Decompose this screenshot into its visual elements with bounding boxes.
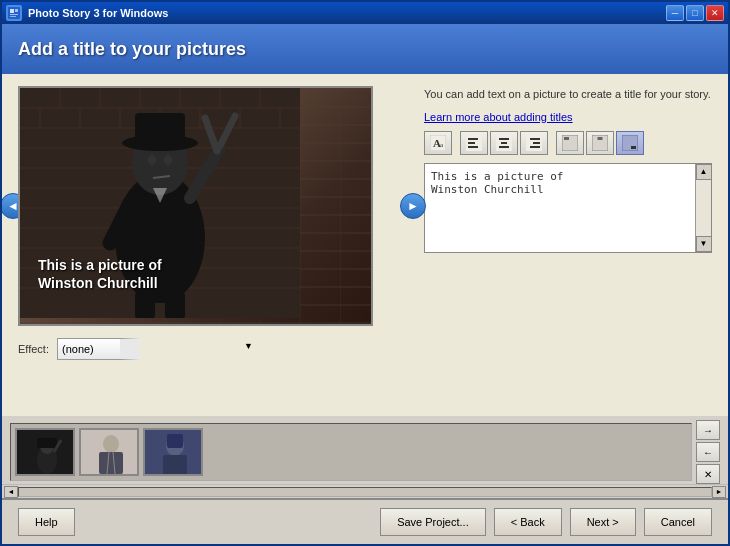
- svg-rect-79: [163, 455, 187, 475]
- svg-rect-56: [499, 146, 509, 148]
- photo-container: ◄: [18, 86, 408, 326]
- filmstrip-move-button[interactable]: ←: [696, 442, 720, 462]
- svg-rect-1: [10, 9, 14, 13]
- photo-frame: This is a picture of Winston Churchill: [18, 86, 373, 326]
- svg-text:Winston Churchill: Winston Churchill: [38, 275, 158, 291]
- effect-select[interactable]: (none) Fade Dissolve Wipe Left Wipe Righ…: [57, 338, 140, 360]
- effect-dropdown-wrapper: (none) Fade Dissolve Wipe Left Wipe Righ…: [57, 338, 257, 360]
- main-body: Add a title to your pictures ◄: [2, 24, 728, 544]
- svg-rect-51: [468, 142, 475, 144]
- svg-point-73: [103, 435, 119, 453]
- title-bar-controls: ─ □ ✕: [666, 5, 724, 21]
- right-panel: You can add text on a picture to create …: [408, 86, 712, 408]
- pos-top-left-icon: [562, 135, 578, 151]
- svg-rect-66: [631, 146, 636, 149]
- cancel-button[interactable]: Cancel: [644, 508, 712, 536]
- text-scrollbar: ▲ ▼: [695, 164, 711, 252]
- learn-more-link[interactable]: Learn more about adding titles: [424, 111, 712, 123]
- horizontal-scrollbar: ◄ ►: [2, 484, 728, 498]
- thumb-2-image: [81, 430, 139, 476]
- pos-top-left-button[interactable]: [556, 131, 584, 155]
- filmstrip-thumb-3[interactable]: [143, 428, 203, 476]
- filmstrip-delete-button[interactable]: ✕: [696, 464, 720, 484]
- title-bar: Photo Story 3 for Windows ─ □ ✕: [2, 2, 728, 24]
- align-left-icon: [466, 135, 482, 151]
- svg-rect-80: [167, 434, 183, 448]
- effect-label: Effect:: [18, 343, 49, 355]
- photo-image: This is a picture of Winston Churchill: [20, 88, 300, 318]
- svg-text:This is a picture of: This is a picture of: [38, 257, 162, 273]
- align-right-button[interactable]: [520, 131, 548, 155]
- svg-rect-4: [10, 16, 16, 17]
- svg-rect-55: [501, 142, 507, 144]
- title-bar-left: Photo Story 3 for Windows: [6, 5, 168, 21]
- svg-rect-70: [37, 438, 57, 448]
- bottom-bar: Help Save Project... < Back Next > Cance…: [2, 498, 728, 544]
- svg-rect-33: [135, 113, 185, 145]
- minimize-button[interactable]: ─: [666, 5, 684, 21]
- align-center-icon: [496, 135, 512, 151]
- filmstrip-container: [10, 423, 692, 481]
- left-panel: ◄: [18, 86, 408, 408]
- text-toolbar: A a: [424, 131, 712, 155]
- svg-rect-3: [10, 14, 18, 15]
- filmstrip-add-button[interactable]: →: [696, 420, 720, 440]
- svg-rect-38: [135, 293, 155, 318]
- font-button[interactable]: A a: [424, 131, 452, 155]
- scroll-down-arrow[interactable]: ▼: [696, 236, 712, 252]
- svg-point-42: [164, 155, 172, 165]
- next-button[interactable]: Next >: [570, 508, 636, 536]
- thumb-1-image: [17, 430, 75, 476]
- svg-rect-64: [598, 137, 603, 140]
- align-right-icon: [526, 135, 542, 151]
- scroll-left-arrow[interactable]: ◄: [4, 486, 18, 498]
- photo-inner: This is a picture of Winston Churchill: [20, 88, 371, 324]
- svg-rect-60: [530, 146, 540, 148]
- svg-rect-54: [499, 138, 509, 140]
- pos-top-center-icon: [592, 135, 608, 151]
- filmstrip-area: → ← ✕: [2, 416, 728, 484]
- title-text-input[interactable]: This is a picture of Winston Churchill: [425, 164, 695, 252]
- svg-rect-39: [165, 293, 185, 318]
- effect-row: Effect: (none) Fade Dissolve Wipe Left W…: [18, 338, 408, 360]
- svg-rect-50: [468, 138, 478, 140]
- filmstrip-thumb-1[interactable]: [15, 428, 75, 476]
- back-button[interactable]: < Back: [494, 508, 562, 536]
- svg-rect-59: [533, 142, 540, 144]
- align-left-button[interactable]: [460, 131, 488, 155]
- align-center-button[interactable]: [490, 131, 518, 155]
- nav-right[interactable]: ►: [400, 193, 426, 219]
- filmstrip-thumb-2[interactable]: [79, 428, 139, 476]
- help-button[interactable]: Help: [18, 508, 75, 536]
- filmstrip-side-controls: → ← ✕: [696, 420, 720, 484]
- svg-rect-2: [15, 9, 18, 12]
- scroll-track: [696, 180, 711, 236]
- pos-bottom-right-button[interactable]: [616, 131, 644, 155]
- thumb-3-image: [145, 430, 203, 476]
- scroll-right-arrow[interactable]: ►: [712, 486, 726, 498]
- svg-point-41: [148, 155, 156, 165]
- maximize-button[interactable]: □: [686, 5, 704, 21]
- svg-rect-62: [564, 137, 569, 140]
- save-project-button[interactable]: Save Project...: [380, 508, 486, 536]
- svg-rect-58: [530, 138, 540, 140]
- text-input-container: This is a picture of Winston Churchill ▲…: [424, 163, 712, 253]
- page-title: Add a title to your pictures: [18, 39, 246, 60]
- font-icon: A a: [430, 135, 446, 151]
- help-text: You can add text on a picture to create …: [424, 86, 712, 103]
- app-icon: [6, 5, 22, 21]
- pos-bottom-right-icon: [622, 135, 638, 151]
- scroll-up-arrow[interactable]: ▲: [696, 164, 712, 180]
- content-area: ◄: [2, 74, 728, 416]
- window-title: Photo Story 3 for Windows: [28, 7, 168, 19]
- pos-top-center-button[interactable]: [586, 131, 614, 155]
- main-window: Photo Story 3 for Windows ─ □ ✕ Add a ti…: [0, 0, 730, 546]
- close-button[interactable]: ✕: [706, 5, 724, 21]
- svg-rect-52: [468, 146, 478, 148]
- bottom-btn-group: Save Project... < Back Next > Cancel: [380, 508, 712, 536]
- nav-right-btn[interactable]: ►: [400, 193, 426, 219]
- scroll-track-h: [18, 487, 712, 497]
- header: Add a title to your pictures: [2, 24, 728, 74]
- svg-rect-74: [99, 452, 123, 474]
